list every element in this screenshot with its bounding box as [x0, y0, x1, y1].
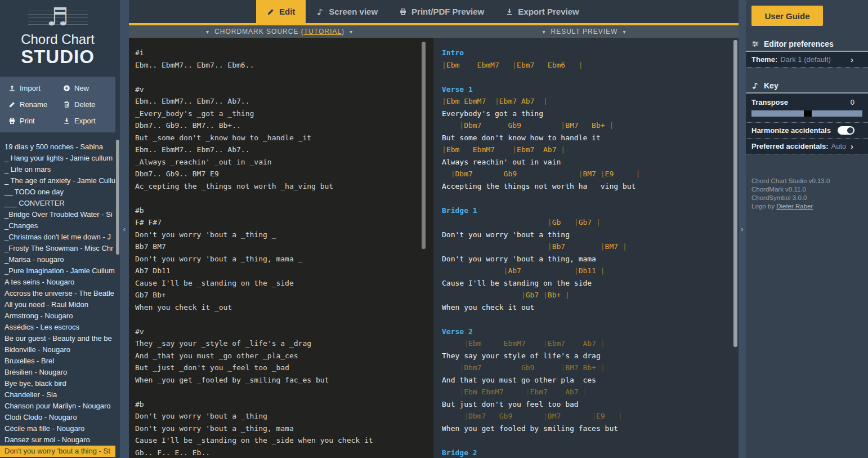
editor-preferences-heading: Editor preferences: [746, 37, 868, 51]
tutorial-link[interactable]: TUTORIAL: [304, 28, 342, 35]
pencil-icon: [8, 101, 16, 108]
result-scrollbar-thumb[interactable]: [733, 40, 737, 347]
song-item[interactable]: Bidonville - Nougaro: [0, 344, 115, 355]
song-item[interactable]: Brésilien - Nougaro: [0, 367, 115, 378]
song-item[interactable]: Don't you worry 'bout a thing - St: [0, 446, 115, 457]
trash-icon: [63, 101, 70, 108]
chord-line-dim: |Ebm EbmM7 |Ebm7 Ab7 |: [442, 386, 731, 398]
action-label: Export: [74, 117, 96, 125]
song-item[interactable]: _Christmas don't let me down - J: [0, 232, 115, 243]
song-item[interactable]: _Bridge Over Troubled Water - Si: [0, 209, 115, 220]
tab-label: Edit: [279, 7, 295, 16]
tab-edit[interactable]: Edit: [256, 0, 306, 23]
source-editor[interactable]: #i Ebm.. EbmM7.. Ebm7.. Ebm6.. #v Ebm.. …: [129, 38, 427, 458]
song-item[interactable]: All you need - Raul Midon: [0, 299, 115, 310]
song-item[interactable]: _ Hang your lights - Jamie cullum: [0, 153, 115, 164]
section-heading: Bridge 2: [442, 447, 731, 458]
key-heading: Key: [746, 79, 868, 92]
version-footer: Chord Chart Studio v0.13.0ChordMark v0.1…: [751, 177, 868, 211]
logo-credit-link[interactable]: Dieter Raber: [776, 203, 813, 210]
import-button[interactable]: Import: [8, 84, 63, 92]
tab-label: Screen view: [329, 7, 378, 16]
song-item[interactable]: _Frosty The Snowman - Misc Chr: [0, 243, 115, 254]
chevron-down-icon[interactable]: ▾: [350, 29, 353, 35]
printer-icon: [399, 8, 407, 16]
new-button[interactable]: New: [63, 84, 107, 92]
transpose-setting-row: Transpose 0: [746, 94, 868, 123]
song-item[interactable]: Cécile ma fille - Nougaro: [0, 423, 115, 434]
song-item[interactable]: _Pure Imagination - Jamie Cullum: [0, 265, 115, 277]
action-label: Delete: [74, 100, 96, 109]
song-item[interactable]: Clodi Clodo - Nougaro: [0, 412, 115, 423]
song-item[interactable]: Accross the universe - The Beatle: [0, 288, 115, 299]
song-item[interactable]: Assédics - Les escrocs: [0, 322, 115, 333]
preferred-label: Preferred accidentals:: [751, 142, 829, 150]
brand-line2: STUDIO: [0, 47, 115, 67]
section-heading: Intro: [442, 47, 731, 59]
lyric-line: Always reachin' out in vain: [442, 156, 731, 168]
song-item[interactable]: Chanson pour Marilyn - Nougaro: [0, 401, 115, 412]
song-item[interactable]: Be our guest - Beauty and the be: [0, 333, 115, 344]
tab-print-pdf-preview[interactable]: Print/PDF Preview: [388, 0, 495, 23]
export-button[interactable]: Export: [63, 117, 107, 125]
song-item[interactable]: Dansez sur moi - Nougaro: [0, 434, 115, 446]
song-list: 19 dias y 500 noches - Sabina_ Hang your…: [0, 136, 115, 458]
delete-button[interactable]: Delete: [63, 100, 107, 109]
chevron-down-icon[interactable]: ▾: [623, 29, 626, 35]
preferred-accidentals-row[interactable]: Preferred accidentals: Auto ›: [746, 139, 868, 154]
source-scrollbar-thumb[interactable]: [422, 42, 426, 249]
footer-line: Chord Chart Studio v0.13.0: [751, 177, 868, 185]
chord-line-dim: |Ebm EbmM7 |Ebm7 Ab7 |: [442, 337, 731, 350]
song-item[interactable]: _Marisa - nougaro: [0, 254, 115, 265]
song-item[interactable]: _ The age of anxiety - Jamie Cullu: [0, 175, 115, 186]
song-item[interactable]: Bruxelles - Brel: [0, 355, 115, 367]
song-item[interactable]: Armstrong - Nougaro: [0, 310, 115, 322]
lyric-line: But just don't you feel too bad: [442, 398, 731, 411]
panel-headers: ▾ CHORDMARK SOURCE (TUTORIAL) ▾ ▾ RESULT…: [129, 25, 739, 38]
source-panel-header: ▾ CHORDMARK SOURCE (TUTORIAL) ▾: [129, 25, 430, 38]
action-label: Print: [20, 117, 35, 125]
tab-export-preview[interactable]: Export Preview: [495, 0, 589, 23]
song-item[interactable]: _ Life on mars: [0, 164, 115, 175]
song-item[interactable]: Bye bye, black bird: [0, 378, 115, 389]
lyric-line: Don't you worry 'bout a thing, mama: [442, 253, 731, 265]
transpose-label: Transpose: [751, 98, 788, 106]
action-label: Import: [20, 84, 41, 92]
section-heading: Verse 1: [442, 83, 731, 96]
song-item[interactable]: ___ CONVERTER: [0, 198, 115, 209]
footer-line: ChordSymbol 3.0.0: [751, 194, 868, 202]
key-rows: Transpose 0 Harmonize accidentals Prefer…: [746, 92, 868, 154]
harmonize-toggle[interactable]: [838, 126, 854, 135]
song-item[interactable]: A tes seins - Nougaro: [0, 277, 115, 288]
library-scrollbar[interactable]: [115, 0, 120, 458]
blank-line: [442, 434, 731, 447]
song-item[interactable]: 19 dias y 500 noches - Sabina: [0, 141, 115, 153]
chevron-down-icon[interactable]: ▾: [206, 29, 209, 35]
chord-line-dim: |Dbm7 Gb9 |BM7 |E9 |: [442, 410, 731, 423]
print-button[interactable]: Print: [8, 117, 63, 125]
song-item[interactable]: __ TODO one day: [0, 186, 115, 198]
brand-line1: Chord Chart: [0, 32, 115, 47]
transpose-slider-thumb[interactable]: [804, 110, 812, 117]
harmonize-accidentals-row[interactable]: Harmonize accidentals: [746, 123, 868, 139]
plus-icon: [63, 85, 70, 92]
collapse-right-handle[interactable]: ›: [739, 0, 746, 458]
lyric-line: Everybody's got a thing: [442, 108, 731, 120]
tab-screen-view[interactable]: Screen view: [306, 0, 388, 23]
rename-button[interactable]: Rename: [8, 100, 63, 109]
result-panel-title: RESULT PREVIEW: [551, 28, 618, 35]
action-label: Rename: [20, 100, 47, 109]
song-item[interactable]: _Changes: [0, 220, 115, 232]
chevron-right-icon: ›: [851, 55, 853, 64]
chevron-down-icon[interactable]: ▾: [543, 29, 546, 35]
theme-setting-row[interactable]: Theme: Dark 1 (default) ›: [746, 52, 868, 68]
preferred-value: Auto: [831, 142, 847, 150]
chord-line: |Ebm EbmM7 |Ebm7 Ebm6 |: [442, 59, 731, 72]
transpose-slider[interactable]: [751, 110, 862, 117]
library-scrollbar-thumb[interactable]: [116, 140, 119, 255]
song-item[interactable]: Chandelier - Sia: [0, 389, 115, 401]
collapse-left-handle[interactable]: ‹: [120, 0, 129, 458]
sliders-icon: [751, 40, 759, 48]
chord-line: |Gb |Gb7 |: [442, 216, 731, 229]
user-guide-button[interactable]: User Guide: [751, 6, 823, 26]
